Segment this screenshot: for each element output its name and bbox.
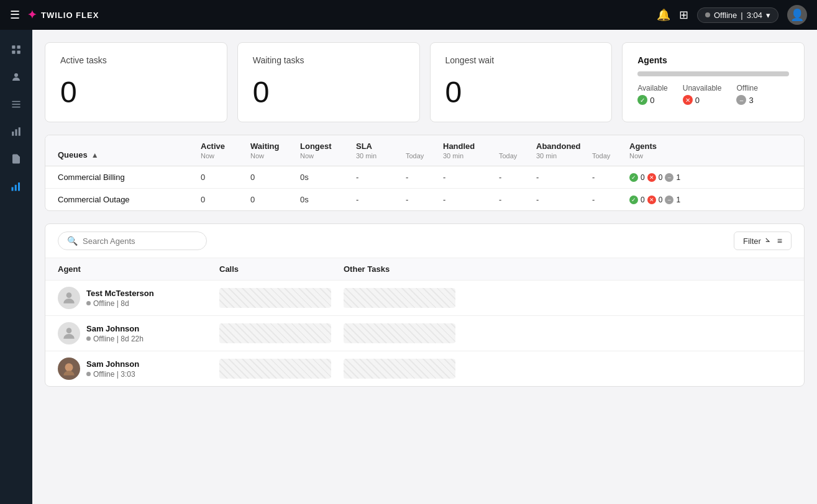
queue-handled-today-1: - — [499, 173, 536, 182]
queue-longest-2: 0s — [300, 195, 356, 204]
sidebar-item-person[interactable] — [4, 65, 29, 89]
sidebar-item-analytics[interactable] — [4, 174, 29, 199]
sidebar-item-tasks[interactable] — [4, 92, 29, 117]
queue-col-abandoned-today: Today — [592, 152, 629, 160]
offline-stat: Offline – 3 — [736, 84, 757, 105]
queue-col-agents: Agents Now — [629, 142, 729, 160]
col-sla-today-sub: Today — [406, 152, 424, 160]
agent-name-1: Test McTesterson — [86, 289, 154, 298]
queue-active-2: 0 — [201, 195, 250, 204]
status-button[interactable]: Offline | 3:04 ▾ — [697, 7, 778, 23]
agents-table-section: 🔍 Filter ≡ Agent Calls Other Tasks Test … — [45, 223, 805, 387]
queue-agents-1: ✓ 0 ✕ 0 – 1 — [629, 173, 729, 182]
sidebar-item-grid[interactable] — [4, 37, 29, 62]
hamburger-button[interactable]: ☰ — [10, 8, 20, 22]
col-agent-header: Agent — [58, 264, 219, 274]
other-tasks-hatch-1 — [344, 288, 455, 308]
col-handled-label: Handled — [443, 142, 475, 151]
queue-col-active: Active Now — [201, 142, 250, 160]
col-abandoned-label: Abandoned — [536, 142, 581, 151]
queue-handled30-2: - — [443, 195, 499, 204]
svg-rect-13 — [12, 187, 14, 191]
svg-rect-1 — [17, 45, 21, 48]
sidebar-item-report[interactable] — [4, 146, 29, 171]
queue-waiting-1: 0 — [250, 173, 300, 182]
grid-dots-icon[interactable]: ⊞ — [679, 8, 688, 22]
queue-agents-2: ✓ 0 ✕ 0 – 1 — [629, 196, 729, 204]
status-dot-3 — [86, 372, 91, 376]
logo-text: TWILIO FLEX — [41, 11, 99, 20]
col-handled-today-sub: Today — [499, 152, 517, 160]
svg-rect-9 — [16, 129, 17, 136]
queue-abandoned30-2: - — [536, 195, 592, 204]
sort-icon[interactable]: ▲ — [91, 151, 99, 160]
col-active-sub: Now — [201, 152, 214, 160]
search-input-wrap[interactable]: 🔍 — [58, 232, 207, 250]
svg-rect-14 — [15, 185, 17, 191]
agent-status-1: Offline | 8d — [86, 299, 154, 308]
filter-icon — [765, 236, 774, 245]
queue-col-handled: Handled 30 min — [443, 142, 499, 160]
main-content: Active tasks 0 Waiting tasks 0 Longest w… — [32, 30, 817, 504]
available-stat: Available ✓ 0 — [637, 84, 667, 105]
queue-sla30-1: - — [356, 173, 406, 182]
queue-active-1: 0 — [201, 173, 250, 182]
active-tasks-card: Active tasks 0 — [45, 42, 227, 122]
calls-hatch-2 — [219, 323, 331, 343]
queue-col-sla: SLA 30 min — [356, 142, 406, 160]
unavail-count-2: 0 — [659, 196, 663, 204]
agent-other-tasks-2 — [344, 323, 792, 343]
agent-row-3: Sam Johnson Offline | 3:03 — [45, 351, 804, 386]
calls-hatch-3 — [219, 359, 331, 379]
check-icon: ✓ — [637, 95, 647, 105]
svg-rect-10 — [19, 127, 21, 136]
agent-status-text-3: Offline | 3:03 — [93, 370, 135, 379]
sidebar — [0, 30, 32, 504]
filter-button[interactable]: Filter ≡ — [734, 232, 792, 250]
x-icon: ✕ — [683, 95, 693, 105]
col-agents-sub: Now — [629, 152, 643, 160]
other-tasks-hatch-2 — [344, 323, 455, 343]
available-row: ✓ 0 — [637, 95, 667, 105]
active-tasks-title: Active tasks — [60, 55, 212, 65]
agents-card-title: Agents — [637, 55, 789, 65]
agents-table-header: Agent Calls Other Tasks — [45, 258, 804, 281]
svg-point-4 — [14, 73, 18, 77]
status-dot — [705, 12, 710, 17]
agents-stats: Available ✓ 0 Unavailable ✕ 0 Offline — [637, 84, 789, 105]
notification-icon[interactable]: 🔔 — [657, 8, 670, 22]
agent-avatar-3 — [58, 358, 80, 380]
agent-status-3: Offline | 3:03 — [86, 370, 139, 379]
queue-sla-today-1: - — [406, 173, 443, 182]
search-input[interactable] — [83, 236, 194, 246]
calls-hatch-1 — [219, 288, 331, 308]
queues-section: Queues ▲ Active Now Waiting Now Longest … — [45, 135, 805, 211]
agent-info-1: Test McTesterson Offline | 8d — [58, 287, 219, 309]
agents-card: Agents Available ✓ 0 Unavailable ✕ 0 — [622, 42, 805, 122]
agent-name-2: Sam Johnson — [86, 324, 144, 333]
queue-col-waiting: Waiting Now — [250, 142, 300, 160]
topbar-logo: ✦ TWILIO FLEX — [27, 8, 99, 22]
waiting-tasks-card: Waiting tasks 0 — [237, 42, 420, 122]
queue-handled30-1: - — [443, 173, 499, 182]
queue-col-sla-today: Today — [406, 152, 443, 160]
agent-row-1: Test McTesterson Offline | 8d — [45, 281, 804, 316]
queue-abandoned-today-2: - — [592, 195, 629, 204]
col-other-tasks-header: Other Tasks — [344, 264, 792, 274]
longest-wait-card: Longest wait 0 — [430, 42, 613, 122]
agents-bar — [637, 71, 789, 76]
col-sla-sub: 30 min — [356, 152, 377, 160]
agent-name-3: Sam Johnson — [86, 359, 139, 369]
svg-rect-7 — [12, 107, 21, 108]
unavail-count-1: 0 — [659, 173, 663, 182]
time-label: 3:04 — [747, 11, 762, 20]
col-handled-sub: 30 min — [443, 152, 463, 160]
sidebar-item-chart[interactable] — [4, 119, 29, 144]
queue-name-2: Commercial Outage — [58, 195, 201, 204]
user-avatar[interactable]: 👤 — [787, 5, 807, 25]
logo-icon: ✦ — [27, 8, 37, 22]
chevron-down-icon: ▾ — [766, 11, 770, 20]
offline-row: – 3 — [736, 95, 757, 105]
longest-wait-value: 0 — [445, 75, 597, 109]
minus-icon: – — [736, 95, 746, 105]
